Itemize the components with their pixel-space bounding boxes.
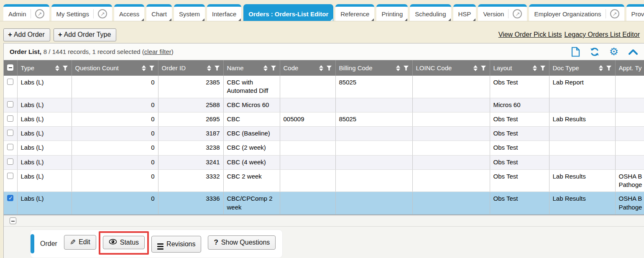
sort-icon[interactable] [207, 65, 211, 71]
cell-type: Labs (L) [17, 192, 72, 215]
order-group-label: Order [40, 240, 57, 248]
tab-access[interactable]: Access [114, 4, 144, 21]
sort-icon[interactable] [599, 65, 603, 71]
cell-name: CBC with Automated Diff [223, 76, 280, 98]
tab-scheduling[interactable]: Scheduling [410, 4, 451, 21]
filter-icon[interactable] [271, 66, 276, 71]
cell-appt-type [615, 98, 644, 112]
tab-label: Printing [381, 10, 403, 18]
table-row[interactable]: Labs (L)03336CBC/CPComp 2 weekObs TestLa… [4, 192, 644, 215]
tab-chart[interactable]: Chart [146, 4, 172, 21]
row-checkbox[interactable] [7, 101, 13, 107]
row-checkbox[interactable] [7, 195, 13, 201]
add-order-type-button[interactable]: + Add Order Type [54, 28, 117, 41]
cell-layout: Obs Test [490, 76, 549, 98]
add-order-button[interactable]: + Add Order [3, 28, 50, 41]
cell-type: Labs (L) [17, 127, 72, 141]
column-header-code[interactable]: Code [280, 60, 335, 76]
tab-version[interactable]: Version [478, 4, 527, 21]
tab-printing[interactable]: Printing [376, 4, 408, 21]
tab-admin[interactable]: Admin [3, 4, 49, 21]
column-header-loinc-code[interactable]: LOINC Code [412, 60, 490, 76]
external-link-icon[interactable] [513, 9, 522, 18]
select-all-checkbox[interactable] [7, 64, 13, 71]
status-button[interactable]: Status [103, 236, 145, 249]
tab-label: Employer Organizations [534, 10, 601, 18]
refresh-icon[interactable] [590, 47, 600, 57]
tab-reference[interactable]: Reference [335, 4, 374, 21]
table-row[interactable]: Labs (L)02385CBC with Automated Diff8502… [4, 76, 644, 98]
sort-icon[interactable] [533, 65, 537, 71]
external-link-icon[interactable] [98, 9, 107, 18]
sort-icon[interactable] [319, 65, 323, 71]
table-row[interactable]: Labs (L)02695CBC00500985025Obs TestLab R… [4, 112, 644, 126]
cell-name: CBC (Baseline) [223, 127, 280, 141]
row-checkbox[interactable] [7, 158, 13, 165]
button-label: Status [120, 239, 139, 246]
table-row[interactable]: Labs (L)03332CBC 2 weekObs TestLab Resul… [4, 169, 644, 192]
column-header-appt-ty[interactable]: Appt. Ty [615, 60, 644, 76]
table-row[interactable]: Labs (L)03187CBC (Baseline)Obs Test [4, 127, 644, 141]
sort-icon[interactable] [473, 65, 478, 71]
column-header-layout[interactable]: Layout [490, 60, 549, 76]
table-row[interactable]: Labs (L)03238CBC (2 week)Obs Test [4, 141, 644, 155]
filter-icon[interactable] [149, 66, 155, 71]
table-row[interactable]: Labs (L)03241CBC (4 week)Obs Test [4, 155, 644, 169]
clear-filter-link[interactable]: clear filter [144, 48, 171, 55]
legacy-orders-list-editor-link[interactable]: Legacy Orders List Editor [564, 31, 640, 38]
column-label: Name [227, 64, 260, 72]
cell-billing-code [335, 141, 412, 155]
filter-icon[interactable] [327, 66, 332, 71]
gear-icon[interactable]: ⚙ [609, 47, 619, 57]
sort-icon[interactable] [142, 65, 146, 71]
filter-icon[interactable] [404, 66, 409, 71]
tab-divider [31, 9, 31, 18]
sort-icon[interactable] [55, 65, 59, 71]
row-checkbox[interactable] [7, 115, 13, 122]
column-header-order-id[interactable]: Order ID [158, 60, 223, 76]
tab-system[interactable]: System [174, 4, 205, 21]
column-header-name[interactable]: Name [223, 60, 280, 76]
column-label: Doc Type [553, 64, 595, 72]
sort-icon[interactable] [263, 65, 268, 71]
row-checkbox[interactable] [7, 173, 13, 179]
eye-icon [109, 239, 117, 246]
tab-provider-management[interactable]: Provider Management [626, 4, 644, 21]
sort-icon[interactable] [396, 65, 400, 71]
cell-billing-code [335, 98, 412, 112]
filter-icon[interactable] [215, 66, 220, 71]
cell-name: CBC 2 week [223, 169, 280, 192]
collapse-up-icon[interactable] [628, 47, 638, 57]
tab-hsp[interactable]: HSP [453, 4, 476, 21]
filter-icon[interactable] [63, 66, 68, 71]
column-header-question-count[interactable]: Question Count [72, 60, 158, 76]
filter-icon[interactable] [481, 66, 486, 71]
cell-question-count: 0 [72, 155, 158, 169]
external-link-icon[interactable] [35, 9, 44, 18]
view-order-pick-lists-link[interactable]: View Order Pick Lists [498, 31, 562, 38]
dropdown-corner-icon [371, 18, 374, 21]
collapse-minus-icon[interactable] [10, 217, 16, 224]
new-document-icon[interactable] [570, 47, 580, 57]
filter-icon[interactable] [606, 66, 612, 71]
cell-loinc-code [412, 127, 490, 141]
column-header-type[interactable]: Type [17, 60, 72, 76]
column-header-doc-type[interactable]: Doc Type [549, 60, 615, 76]
show-questions-button[interactable]: ?Show Questions [208, 235, 276, 250]
column-label: LOINC Code [416, 64, 470, 72]
external-link-icon[interactable] [610, 9, 619, 18]
edit-button[interactable]: Edit [64, 235, 96, 250]
group-accent-bar [31, 234, 34, 253]
column-header-billing-code[interactable]: Billing Code [335, 60, 412, 76]
filter-icon[interactable] [540, 66, 546, 71]
row-checkbox[interactable] [7, 130, 13, 136]
tab-my-settings[interactable]: My Settings [51, 4, 112, 21]
tab-orders-orders-list-editor[interactable]: Orders : Orders-List Editor [243, 4, 333, 21]
row-checkbox[interactable] [7, 144, 13, 150]
table-row[interactable]: Labs (L)02588CBC Micros 60Micros 60 [4, 98, 644, 112]
tab-employer-organizations[interactable]: Employer Organizations [529, 4, 624, 21]
tab-interface[interactable]: Interface [207, 4, 241, 21]
row-checkbox[interactable] [7, 79, 13, 85]
cell-billing-code [335, 155, 412, 169]
revisions-button[interactable]: Revisions [151, 236, 201, 253]
